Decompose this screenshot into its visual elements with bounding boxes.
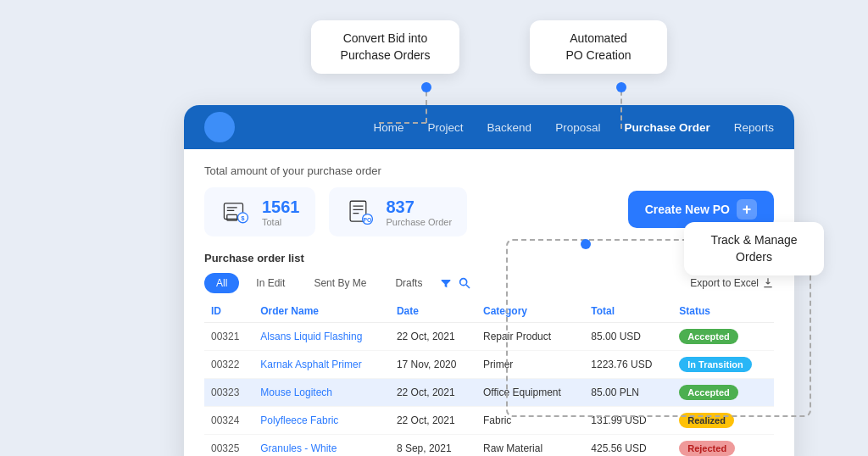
- cell-category-4: Raw Material: [476, 435, 584, 457]
- cell-date-3: 22 Oct, 2021: [390, 407, 476, 435]
- po-list-title: Purchase order list: [204, 252, 304, 264]
- filter-tab-sent-by-me[interactable]: Sent By Me: [302, 273, 378, 293]
- po-icon: PO: [344, 196, 376, 228]
- create-po-label: Create New PO: [645, 203, 730, 216]
- cell-date-4: 8 Sep, 2021: [390, 435, 476, 457]
- svg-rect-1: [227, 214, 237, 220]
- cell-name-4: Granules - White: [253, 435, 390, 457]
- summary-card-total: $ 1561 Total: [204, 187, 315, 236]
- table-row[interactable]: 00325 Granules - White 8 Sep, 2021 Raw M…: [204, 435, 774, 457]
- filter-tab-drafts[interactable]: Drafts: [383, 273, 434, 293]
- cell-id-0: 00321: [204, 323, 253, 351]
- tooltip-track: Track & ManageOrders: [684, 222, 824, 275]
- cell-date-0: 22 Oct, 2021: [390, 323, 476, 351]
- cell-name-2: Mouse Logitech: [253, 379, 390, 407]
- search-icon-button[interactable]: [458, 276, 471, 290]
- dashed-line-convert-h: [379, 122, 426, 124]
- filter-icon: [439, 276, 453, 290]
- total-value: 1561: [262, 197, 300, 217]
- total-icon: $: [220, 196, 252, 228]
- col-id: ID: [204, 300, 253, 323]
- nav-backend[interactable]: Backend: [487, 121, 532, 134]
- svg-text:PO: PO: [363, 217, 371, 223]
- tooltip-convert: Convert Bid intoPurchase Orders: [311, 20, 459, 74]
- summary-po-text: 837 Purchase Order: [387, 197, 453, 227]
- plus-icon: +: [737, 199, 757, 220]
- svg-point-12: [460, 279, 467, 286]
- cell-total-4: 425.56 USD: [584, 435, 672, 457]
- tooltip-automated: AutomatedPO Creation: [530, 20, 667, 74]
- cell-id-2: 00323: [204, 379, 253, 407]
- dot-convert: [421, 82, 431, 92]
- summary-cards: $ 1561 Total: [204, 187, 467, 236]
- cell-id-4: 00325: [204, 435, 253, 457]
- cell-name-3: Polyfleece Fabric: [253, 407, 390, 435]
- filter-tabs: All In Edit Sent By Me Drafts: [204, 273, 471, 293]
- po-value: 837: [387, 197, 453, 217]
- scene: Convert Bid intoPurchase Orders Automate…: [27, 12, 841, 444]
- col-date: Date: [390, 300, 476, 323]
- cell-id-1: 00322: [204, 351, 253, 379]
- search-icon: [458, 276, 471, 290]
- po-label: Purchase Order: [387, 217, 453, 227]
- summary-title: Total amount of your purchase order: [204, 164, 774, 177]
- filter-icon-button[interactable]: [439, 276, 453, 290]
- nav-project[interactable]: Project: [428, 121, 464, 134]
- dot-track: [581, 239, 591, 249]
- nav-menu: Home Project Backend Proposal Purchase O…: [374, 121, 774, 134]
- cell-id-3: 00324: [204, 407, 253, 435]
- col-order-name: Order Name: [253, 300, 390, 323]
- cell-name-0: Alsans Liquid Flashing: [253, 323, 390, 351]
- nav-reports[interactable]: Reports: [734, 121, 774, 134]
- cell-status-4: Rejected: [672, 435, 774, 457]
- filter-tab-all[interactable]: All: [204, 273, 239, 293]
- tooltip-automated-text: AutomatedPO Creation: [565, 31, 631, 62]
- summary-total-text: 1561 Total: [262, 197, 300, 227]
- navbar: Home Project Backend Proposal Purchase O…: [184, 105, 794, 149]
- avatar: [204, 112, 235, 142]
- cell-date-1: 17 Nov, 2020: [390, 351, 476, 379]
- cell-date-2: 22 Oct, 2021: [390, 379, 476, 407]
- summary-card-po: PO 837 Purchase Order: [329, 187, 468, 236]
- nav-purchase-order[interactable]: Purchase Order: [624, 121, 709, 134]
- nav-proposal[interactable]: Proposal: [555, 121, 600, 134]
- filter-tab-in-edit[interactable]: In Edit: [244, 273, 297, 293]
- svg-line-13: [466, 285, 470, 288]
- tooltip-convert-text: Convert Bid intoPurchase Orders: [341, 31, 431, 62]
- tooltip-track-text: Track & ManageOrders: [710, 233, 797, 264]
- dot-automated: [616, 82, 626, 92]
- total-label: Total: [262, 217, 300, 227]
- cell-name-1: Karnak Asphalt Primer: [253, 351, 390, 379]
- status-badge-4: Rejected: [679, 441, 735, 456]
